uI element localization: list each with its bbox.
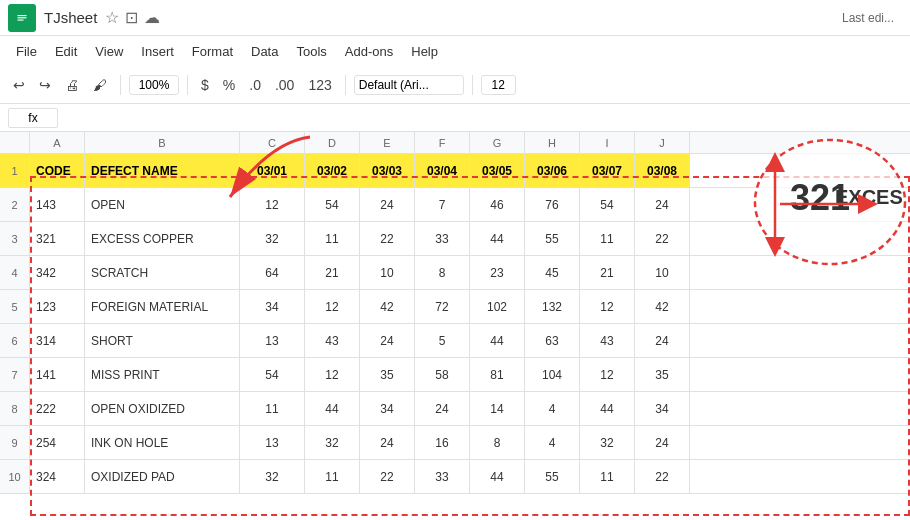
cell-r2-c6[interactable]: 46 [470, 188, 525, 221]
cell-r2-c5[interactable]: 7 [415, 188, 470, 221]
undo-button[interactable]: ↩ [8, 74, 30, 96]
cell-r6-c1[interactable]: SHORT [85, 324, 240, 357]
cell-r5-c0[interactable]: 123 [30, 290, 85, 323]
header-cell-0302[interactable]: 03/02 [305, 154, 360, 187]
menu-data[interactable]: Data [243, 41, 286, 62]
cell-r8-c5[interactable]: 24 [415, 392, 470, 425]
cell-r4-c9[interactable]: 10 [635, 256, 690, 289]
header-cell-0303[interactable]: 03/03 [360, 154, 415, 187]
cell-r8-c9[interactable]: 34 [635, 392, 690, 425]
percent-button[interactable]: % [218, 74, 240, 96]
cell-r9-c0[interactable]: 254 [30, 426, 85, 459]
star-icon[interactable]: ☆ [105, 8, 119, 27]
menu-addons[interactable]: Add-ons [337, 41, 401, 62]
cell-r6-c3[interactable]: 43 [305, 324, 360, 357]
cell-r6-c4[interactable]: 24 [360, 324, 415, 357]
cell-r7-c2[interactable]: 54 [240, 358, 305, 391]
cell-r8-c0[interactable]: 222 [30, 392, 85, 425]
cell-r8-c1[interactable]: OPEN OXIDIZED [85, 392, 240, 425]
decimal-less-button[interactable]: .0 [244, 74, 266, 96]
cell-r2-c4[interactable]: 24 [360, 188, 415, 221]
cell-r6-c5[interactable]: 5 [415, 324, 470, 357]
cell-r7-c1[interactable]: MISS PRINT [85, 358, 240, 391]
cell-r4-c1[interactable]: SCRATCH [85, 256, 240, 289]
cell-r10-c2[interactable]: 32 [240, 460, 305, 493]
cell-r7-c0[interactable]: 141 [30, 358, 85, 391]
cell-r10-c9[interactable]: 22 [635, 460, 690, 493]
cell-r2-c3[interactable]: 54 [305, 188, 360, 221]
cell-r6-c6[interactable]: 44 [470, 324, 525, 357]
cell-r8-c4[interactable]: 34 [360, 392, 415, 425]
cell-r4-c8[interactable]: 21 [580, 256, 635, 289]
formula-input[interactable] [64, 110, 902, 125]
cell-r7-c4[interactable]: 35 [360, 358, 415, 391]
cell-r6-c2[interactable]: 13 [240, 324, 305, 357]
cell-r8-c8[interactable]: 44 [580, 392, 635, 425]
header-cell-defect-name[interactable]: DEFECT NAME [85, 154, 240, 187]
cell-r2-c0[interactable]: 143 [30, 188, 85, 221]
cell-r3-c3[interactable]: 11 [305, 222, 360, 255]
cell-r4-c0[interactable]: 342 [30, 256, 85, 289]
header-cell-0308[interactable]: 03/08 [635, 154, 690, 187]
cell-r6-c0[interactable]: 314 [30, 324, 85, 357]
cell-r10-c6[interactable]: 44 [470, 460, 525, 493]
cell-r5-c7[interactable]: 132 [525, 290, 580, 323]
cell-r9-c1[interactable]: INK ON HOLE [85, 426, 240, 459]
cell-r5-c9[interactable]: 42 [635, 290, 690, 323]
cell-r10-c3[interactable]: 11 [305, 460, 360, 493]
cell-r10-c1[interactable]: OXIDIZED PAD [85, 460, 240, 493]
cell-r5-c6[interactable]: 102 [470, 290, 525, 323]
cell-r3-c2[interactable]: 32 [240, 222, 305, 255]
header-cell-0307[interactable]: 03/07 [580, 154, 635, 187]
header-cell-0301[interactable]: 03/01 [240, 154, 305, 187]
header-cell-code[interactable]: CODE [30, 154, 85, 187]
menu-edit[interactable]: Edit [47, 41, 85, 62]
cloud-icon[interactable]: ☁ [144, 8, 160, 27]
cell-r5-c4[interactable]: 42 [360, 290, 415, 323]
cell-r9-c5[interactable]: 16 [415, 426, 470, 459]
menu-view[interactable]: View [87, 41, 131, 62]
cell-r3-c0[interactable]: 321 [30, 222, 85, 255]
cell-r3-c4[interactable]: 22 [360, 222, 415, 255]
cell-r6-c9[interactable]: 24 [635, 324, 690, 357]
cell-r8-c6[interactable]: 14 [470, 392, 525, 425]
history-icon[interactable]: ⊡ [125, 8, 138, 27]
font-selector[interactable]: Default (Ari... [354, 75, 464, 95]
cell-r2-c2[interactable]: 12 [240, 188, 305, 221]
menu-insert[interactable]: Insert [133, 41, 182, 62]
redo-button[interactable]: ↪ [34, 74, 56, 96]
menu-tools[interactable]: Tools [288, 41, 334, 62]
header-cell-0306[interactable]: 03/06 [525, 154, 580, 187]
cell-r7-c5[interactable]: 58 [415, 358, 470, 391]
cell-r5-c1[interactable]: FOREIGN MATERIAL [85, 290, 240, 323]
cell-r2-c1[interactable]: OPEN [85, 188, 240, 221]
cell-r7-c7[interactable]: 104 [525, 358, 580, 391]
number-format-button[interactable]: 123 [303, 74, 336, 96]
cell-r6-c7[interactable]: 63 [525, 324, 580, 357]
cell-r3-c8[interactable]: 11 [580, 222, 635, 255]
cell-r5-c2[interactable]: 34 [240, 290, 305, 323]
cell-r8-c2[interactable]: 11 [240, 392, 305, 425]
cell-r2-c8[interactable]: 54 [580, 188, 635, 221]
cell-r8-c3[interactable]: 44 [305, 392, 360, 425]
cell-r3-c6[interactable]: 44 [470, 222, 525, 255]
cell-r4-c5[interactable]: 8 [415, 256, 470, 289]
cell-r5-c3[interactable]: 12 [305, 290, 360, 323]
cell-r4-c6[interactable]: 23 [470, 256, 525, 289]
cell-r2-c9[interactable]: 24 [635, 188, 690, 221]
cell-r7-c3[interactable]: 12 [305, 358, 360, 391]
print-button[interactable]: 🖨 [60, 74, 84, 96]
cell-r7-c8[interactable]: 12 [580, 358, 635, 391]
cell-r4-c3[interactable]: 21 [305, 256, 360, 289]
cell-r3-c1[interactable]: EXCESS COPPER [85, 222, 240, 255]
cell-r10-c7[interactable]: 55 [525, 460, 580, 493]
cell-r9-c8[interactable]: 32 [580, 426, 635, 459]
cell-r3-c7[interactable]: 55 [525, 222, 580, 255]
cell-r7-c6[interactable]: 81 [470, 358, 525, 391]
cell-r2-c7[interactable]: 76 [525, 188, 580, 221]
header-cell-0305[interactable]: 03/05 [470, 154, 525, 187]
cell-r6-c8[interactable]: 43 [580, 324, 635, 357]
menu-help[interactable]: Help [403, 41, 446, 62]
cell-r9-c2[interactable]: 13 [240, 426, 305, 459]
cell-r3-c9[interactable]: 22 [635, 222, 690, 255]
